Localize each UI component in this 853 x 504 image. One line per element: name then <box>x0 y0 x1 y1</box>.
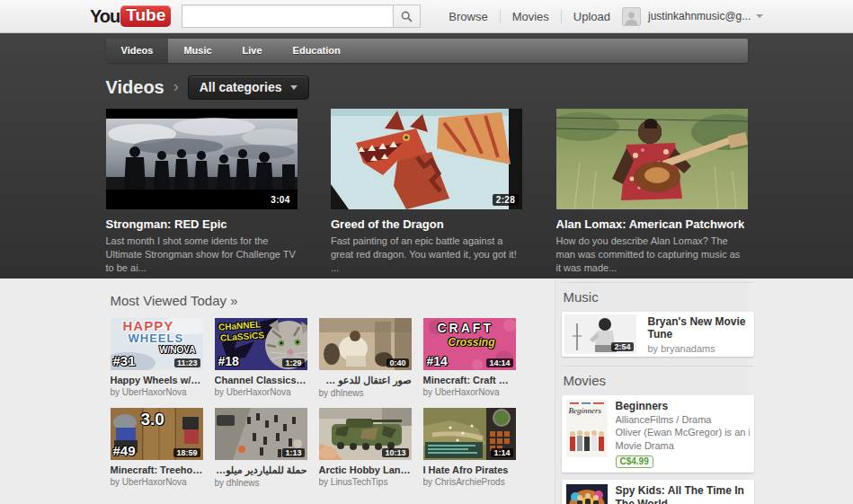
all-categories-dropdown[interactable]: All categories <box>188 75 309 100</box>
thumbnail-arabic-news[interactable]: 0:40 <box>319 318 412 370</box>
movie-description: Oliver (Ewan McGregor) is an ill... <box>616 426 750 438</box>
video-author[interactable]: by dhlnews <box>215 478 307 488</box>
duration-badge: 11:23 <box>174 358 200 367</box>
thumbnail-afro-pirates[interactable]: 1:14 <box>423 408 516 460</box>
video-card-arctic-hobby[interactable]: 10:13 Arctic Hobby Land ... by LinusTech… <box>319 408 412 488</box>
featured-section: Videos Music Live Education Videos › All… <box>0 33 853 279</box>
thumb-text: Crossing <box>449 337 495 348</box>
movie-card-spy-kids[interactable]: SPY Spy Kids: All The Time In The World … <box>562 480 754 504</box>
user-silhouette-icon <box>624 10 639 25</box>
sidebar: Music 2:54 <box>555 279 748 504</box>
search-icon <box>401 11 413 22</box>
video-title[interactable]: Happy Wheels w/No... <box>111 375 203 385</box>
spy-kids-poster-art <box>566 484 608 504</box>
video-description: How do you describe Alan Lomax? The man … <box>556 234 748 275</box>
youtube-browse-page: You Tube Browse Movies Upload <box>0 0 853 504</box>
movies-section-heading[interactable]: Movies <box>562 366 754 395</box>
video-author[interactable]: by UberHaxorNova <box>111 387 203 397</box>
top-nav-links: Browse Movies Upload <box>437 9 622 23</box>
duration-badge: 1:13 <box>282 448 304 457</box>
top-bar: You Tube Browse Movies Upload <box>0 0 853 33</box>
nav-movies[interactable]: Movies <box>500 10 561 23</box>
video-title[interactable]: Minecraft: Craft Cro... <box>423 375 516 385</box>
thumb-text: W/NOVA <box>159 346 195 355</box>
category-tabs: Videos Music Live Education <box>106 39 748 63</box>
poster-title-text: Beginners <box>569 407 602 415</box>
video-title[interactable]: Minecraft: Treehous... <box>111 464 203 475</box>
video-card-happy-wheels[interactable]: HAPPY WHEELS W/NOVA #31 11:23 Happy Whee… <box>111 318 203 398</box>
thumbnail-alan-lomax[interactable] <box>556 109 748 209</box>
video-card-channel-classics[interactable]: CHaNNEL CLaSSiCS #18 1:29 Channel Classi… <box>215 318 307 398</box>
breadcrumb: Videos › All categories <box>106 75 748 100</box>
video-title[interactable]: Strongman: RED Epic <box>106 217 298 231</box>
poster-spy-kids[interactable]: SPY <box>566 484 608 504</box>
music-title[interactable]: Bryan's New Movie Tune <box>648 315 751 340</box>
video-author[interactable]: by LinusTechTips <box>319 477 412 487</box>
duration-badge: 2:54 <box>611 342 633 351</box>
video-title[interactable]: صور اعتقال للدعو سيف الإ... <box>319 375 412 386</box>
video-title[interactable]: Alan Lomax: American Patchwork <box>556 217 748 231</box>
thumbnail-minecraft-treehouse[interactable]: 3.0 #49 18:59 <box>111 408 203 460</box>
video-card-arabic-crowd[interactable]: 1:13 حملة للملياردير ميلود الشعبي، by dh… <box>215 408 307 488</box>
search-input[interactable] <box>182 4 393 28</box>
thumbnail-dragon[interactable]: 2:28 <box>331 109 522 209</box>
thumbnail-channel-classics[interactable]: CHaNNEL CLaSSiCS #18 1:29 <box>215 318 307 370</box>
account-name: justinkahnmusic@g... <box>648 10 751 22</box>
video-title[interactable]: حملة للملياردير ميلود الشعبي، <box>215 464 307 476</box>
music-card-bryan[interactable]: 2:54 Bryan's New Movie Tune by bryanadam… <box>562 312 754 357</box>
thumb-number: #49 <box>113 444 136 457</box>
video-title[interactable]: Channel Classics #... <box>215 375 307 385</box>
music-section-heading[interactable]: Music <box>562 282 754 312</box>
video-author[interactable]: by UberHaxorNova <box>111 477 203 487</box>
chevron-down-icon <box>756 14 763 18</box>
thumb-number: #18 <box>218 355 239 367</box>
browse-lower-section: Most Viewed Today » HAPPY WHEELS <box>0 279 853 504</box>
tab-music[interactable]: Music <box>168 39 227 63</box>
thumb-text: CRAFT <box>438 322 493 334</box>
price-badge[interactable]: C$4.99 <box>616 455 653 468</box>
tab-education[interactable]: Education <box>278 39 356 63</box>
movie-title[interactable]: Spy Kids: All The Time In The World <box>616 484 750 504</box>
logo-you-text: You <box>90 6 120 27</box>
chevron-down-icon <box>290 85 298 90</box>
thumbnail-craft-crossing[interactable]: CRAFT Crossing #14 14:14 <box>423 318 516 370</box>
nav-upload[interactable]: Upload <box>561 10 622 23</box>
music-author[interactable]: by bryanadams <box>648 343 751 354</box>
video-card-afro-pirates[interactable]: 1:14 I Hate Afro Pirates by ChrisArchieP… <box>423 408 516 488</box>
video-card-craft-crossing[interactable]: CRAFT Crossing #14 14:14 Minecraft: Craf… <box>423 318 516 398</box>
video-description: Fast painting of an epic battle against … <box>331 234 522 275</box>
thumbnail-arabic-crowd[interactable]: 1:13 <box>215 408 307 460</box>
duration-badge: 14:14 <box>486 358 512 367</box>
video-card-arabic-news[interactable]: 0:40 صور اعتقال للدعو سيف الإ... by dhln… <box>319 318 412 398</box>
tab-live[interactable]: Live <box>227 39 278 63</box>
video-description: Last month I shot some idents for the Ul… <box>106 234 298 275</box>
alan-lomax-thumb-art <box>556 109 748 209</box>
most-viewed-heading[interactable]: Most Viewed Today » <box>111 293 555 308</box>
video-title[interactable]: I Hate Afro Pirates <box>423 464 516 475</box>
all-categories-label: All categories <box>200 80 282 94</box>
video-title[interactable]: Greed of the Dragon <box>331 217 522 231</box>
thumbnail-happy-wheels[interactable]: HAPPY WHEELS W/NOVA #31 11:23 <box>111 318 203 370</box>
nav-browse[interactable]: Browse <box>437 10 499 23</box>
video-card-minecraft-treehouse[interactable]: 3.0 #49 18:59 Minecraft: Treehous... by … <box>111 408 203 488</box>
youtube-logo[interactable]: You Tube <box>90 5 171 27</box>
video-author[interactable]: by UberHaxorNova <box>215 387 307 397</box>
thumb-text: HAPPY <box>123 319 174 332</box>
movie-card-beginners[interactable]: Beginners Beginners AllianceFilms / Dram… <box>562 395 754 473</box>
thumbnail-strongman[interactable]: 3:04 <box>106 109 298 209</box>
video-title[interactable]: Arctic Hobby Land ... <box>319 464 412 475</box>
duration-badge: 1:14 <box>491 448 512 457</box>
duration-badge: 2:28 <box>493 194 519 206</box>
thumbnail-arctic-hobby[interactable]: 10:13 <box>319 408 412 460</box>
video-author[interactable]: by UberHaxorNova <box>423 387 516 397</box>
thumbnail-bryan-tune[interactable]: 2:54 <box>564 314 636 354</box>
video-author[interactable]: by dhlnews <box>319 388 412 398</box>
tab-videos[interactable]: Videos <box>106 39 169 63</box>
movie-genre: Movie Drama <box>616 439 750 452</box>
account-menu[interactable]: justinkahnmusic@g... <box>622 7 763 26</box>
video-author[interactable]: by ChrisArchieProds <box>423 477 516 487</box>
movie-title[interactable]: Beginners <box>616 400 750 413</box>
search-bar <box>182 4 421 28</box>
poster-beginners[interactable]: Beginners <box>566 400 608 457</box>
search-button[interactable] <box>393 4 421 28</box>
